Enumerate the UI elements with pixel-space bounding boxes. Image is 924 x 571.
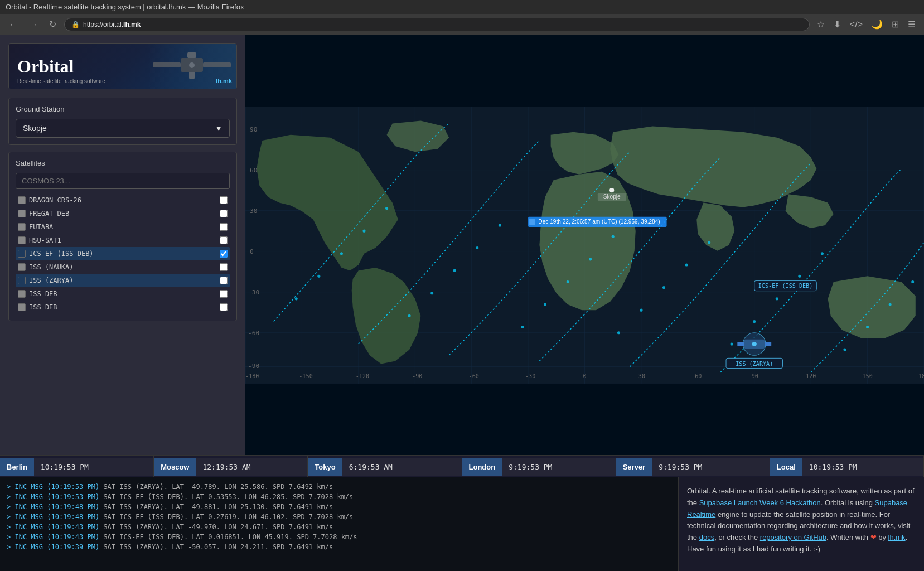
satellite-list-item[interactable]: ISS (ZARYA) xyxy=(16,274,230,287)
time-city: Tokyo 6:19:53 AM xyxy=(308,456,462,477)
svg-rect-1 xyxy=(153,62,181,67)
left-panel: Orbital Real-time satellite tracking so xyxy=(0,35,245,455)
log-coordinates: SAT ISS (ZARYA). LAT -49.970. LON 24.671… xyxy=(99,523,333,531)
svg-point-70 xyxy=(798,275,801,278)
docs-link[interactable]: docs xyxy=(699,533,714,541)
svg-text:30: 30 xyxy=(250,207,257,215)
devtools-icon[interactable]: </> xyxy=(847,18,865,31)
back-button[interactable]: ← xyxy=(6,18,21,31)
reload-button[interactable]: ↻ xyxy=(46,18,60,31)
info-text-4: , or check the xyxy=(714,533,760,541)
svg-point-52 xyxy=(408,314,411,317)
more-icon[interactable]: ☰ xyxy=(905,17,918,31)
log-coordinates: SAT ICS-EF (ISS DEB). LAT 0.53553. LON 4… xyxy=(99,493,353,501)
svg-point-67 xyxy=(731,342,733,345)
time-city-time: 10:19:53 PM xyxy=(802,458,923,476)
satellite-checkbox[interactable] xyxy=(220,263,228,271)
satellite-checkbox[interactable] xyxy=(220,223,228,231)
log-coordinates: SAT ISS (ZARYA). LAT -49.789. LON 25.586… xyxy=(99,483,333,491)
svg-text:-60: -60 xyxy=(469,373,479,379)
satellite-color-indicator xyxy=(18,290,26,298)
log-message-type[interactable]: INC MSG (10:19:43 PM) xyxy=(14,523,99,531)
log-message-type[interactable]: INC MSG (10:19:48 PM) xyxy=(14,503,99,511)
time-city: London 9:19:53 PM xyxy=(462,456,616,477)
time-city-time: 6:19:53 AM xyxy=(342,458,462,476)
satellite-color-indicator xyxy=(18,277,26,284)
download-icon[interactable]: ⬇ xyxy=(831,17,844,31)
address-bar[interactable]: 🔒 https://orbital.lh.mk xyxy=(64,18,810,31)
log-message-type[interactable]: INC MSG (10:19:53 PM) xyxy=(14,493,99,501)
satellite-list: DRAGON CRS-26 FREGAT DEB FUTABA HSU-SAT1… xyxy=(16,193,230,314)
svg-point-56 xyxy=(499,224,501,226)
svg-text:150: 150 xyxy=(862,373,872,379)
log-message-type[interactable]: INC MSG (10:19:43 PM) xyxy=(14,533,99,541)
log-entry: > INC MSG (10:19:53 PM) SAT ICS-EF (ISS … xyxy=(7,492,671,502)
time-city-name: London xyxy=(462,458,502,476)
satellite-checkbox[interactable] xyxy=(220,236,228,244)
svg-point-49 xyxy=(340,252,343,255)
github-link[interactable]: repository on GitHub xyxy=(760,533,826,541)
satellite-list-item[interactable]: FUTABA xyxy=(16,220,230,234)
satellite-checkbox[interactable] xyxy=(220,277,228,284)
satellite-list-item[interactable]: HSU-SAT1 xyxy=(16,234,230,247)
ground-station-label: Ground Station xyxy=(16,105,230,113)
log-coordinates: SAT ICS-EF (ISS DEB). LAT 0.27619. LON 4… xyxy=(99,513,353,521)
svg-text:-60: -60 xyxy=(248,330,259,337)
app-logo: Orbital xyxy=(9,51,82,83)
ics-ef-satellite: ICS-EF (ISS DEB) xyxy=(754,280,817,291)
satellite-list-item[interactable]: DRAGON CRS-26 xyxy=(16,193,230,207)
forward-button[interactable]: → xyxy=(26,18,41,31)
svg-rect-2 xyxy=(203,62,231,67)
satellite-list-item[interactable]: ISS DEB xyxy=(16,301,230,314)
bottom-panels: > INC MSG (10:19:53 PM) SAT ISS (ZARYA).… xyxy=(0,477,924,571)
time-city-time: 10:19:53 PM xyxy=(34,458,153,476)
satellite-name: FREGAT DEB xyxy=(29,210,216,217)
satellite-list-item[interactable]: ICS-EF (ISS DEB) xyxy=(16,247,230,260)
hackathon-link[interactable]: Supabase Launch Week 6 Hackathon xyxy=(699,499,821,507)
info-panel: Orbital. A real-time artificial satellit… xyxy=(679,477,924,571)
time-city: Moscow 12:19:53 AM xyxy=(154,456,308,477)
svg-point-65 xyxy=(685,263,688,266)
satellite-color-indicator xyxy=(18,236,26,244)
log-arrow: > xyxy=(7,523,14,531)
satellite-checkbox[interactable] xyxy=(220,290,228,298)
log-arrow: > xyxy=(7,543,14,551)
satellite-name: DRAGON CRS-26 xyxy=(29,196,216,204)
log-message-type[interactable]: INC MSG (10:19:53 PM) xyxy=(14,483,99,491)
ground-station-select[interactable]: Skopje ▼ xyxy=(16,119,230,138)
svg-point-60 xyxy=(589,258,592,260)
satellite-checkbox[interactable] xyxy=(220,303,228,311)
log-message-type[interactable]: INC MSG (10:19:39 PM) xyxy=(14,543,99,551)
satellite-color-indicator xyxy=(18,196,26,204)
satellite-checkbox[interactable] xyxy=(220,250,228,258)
svg-text:90: 90 xyxy=(250,126,257,133)
satellite-checkbox[interactable] xyxy=(220,196,228,204)
svg-rect-78 xyxy=(737,342,744,346)
heart-icon: ❤ xyxy=(870,533,877,541)
satellite-search-input[interactable] xyxy=(16,173,230,189)
log-coordinates: SAT ICS-EF (ISS DEB). LAT 0.016851. LON … xyxy=(99,533,357,541)
night-mode-icon[interactable]: 🌙 xyxy=(869,17,886,31)
satellite-checkbox[interactable] xyxy=(220,210,228,217)
logo-section: Orbital Real-time satellite tracking so xyxy=(8,43,237,89)
svg-text:ICS-EF (ISS DEB): ICS-EF (ISS DEB) xyxy=(758,283,813,289)
lhmk-link[interactable]: lh.mk xyxy=(888,533,906,541)
log-entry: > INC MSG (10:19:48 PM) SAT ISS (ZARYA).… xyxy=(7,502,671,512)
satellite-name: ISS DEB xyxy=(29,290,216,298)
svg-point-71 xyxy=(821,252,824,255)
log-arrow: > xyxy=(7,533,14,541)
extensions-icon[interactable]: ⊞ xyxy=(889,17,902,31)
satellite-list-item[interactable]: ISS DEB xyxy=(16,287,230,301)
satellite-list-item[interactable]: ISS (NAUKA) xyxy=(16,260,230,274)
log-arrow: > xyxy=(7,503,14,511)
date-tooltip: Dec 19th 22, 2:06:57 am (UTC) (12.959, 3… xyxy=(528,217,666,227)
svg-text:0: 0 xyxy=(583,373,586,379)
svg-text:60: 60 xyxy=(250,167,257,174)
time-city-name: Moscow xyxy=(154,458,196,476)
svg-rect-3 xyxy=(187,52,196,58)
satellite-list-item[interactable]: FREGAT DEB xyxy=(16,207,230,220)
bookmark-icon[interactable]: ☆ xyxy=(814,17,828,31)
main-wrapper: Orbital Real-time satellite tracking so xyxy=(0,35,924,571)
log-message-type[interactable]: INC MSG (10:19:48 PM) xyxy=(14,513,99,521)
map-area: 90 60 30 0 -30 -60 -90 -180 -150 -120 -9… xyxy=(245,35,924,455)
